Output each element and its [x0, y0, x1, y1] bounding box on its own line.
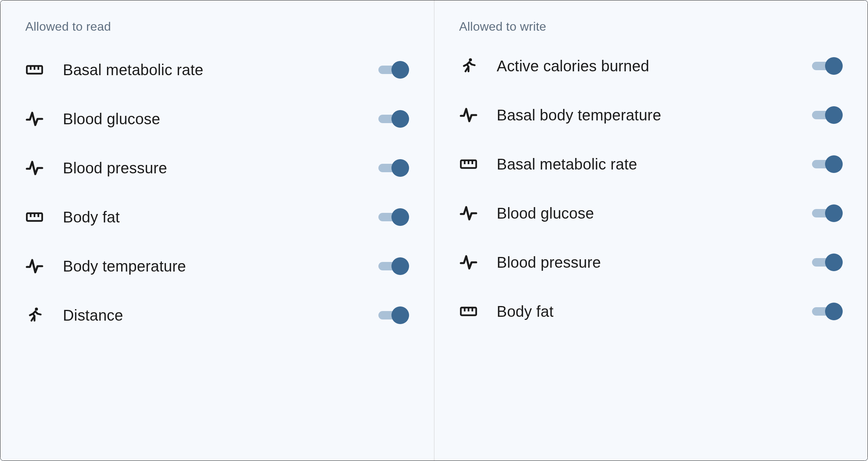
toggle-switch[interactable] — [378, 306, 409, 324]
toggle-switch[interactable] — [378, 257, 409, 275]
list-item: Active calories burned — [459, 57, 843, 75]
toggle-switch[interactable] — [812, 204, 843, 222]
item-label: Basal metabolic rate — [63, 61, 359, 79]
allowed-to-read-panel: Allowed to read Basal metabolic rate Blo… — [0, 0, 434, 461]
list-item: Blood glucose — [459, 204, 843, 222]
item-label: Basal body temperature — [497, 107, 793, 124]
permissions-container: Allowed to read Basal metabolic rate Blo… — [0, 0, 868, 461]
item-label: Blood pressure — [497, 254, 793, 271]
allowed-to-write-panel: Allowed to write Active calories burned … — [434, 0, 868, 461]
pulse-icon — [25, 110, 44, 128]
run-icon — [25, 306, 44, 324]
item-label: Body fat — [63, 209, 359, 226]
ruler-icon — [25, 61, 44, 79]
toggle-switch[interactable] — [812, 57, 843, 75]
read-panel-title: Allowed to read — [25, 20, 409, 34]
toggle-switch[interactable] — [812, 106, 843, 124]
list-item: Body fat — [25, 208, 409, 226]
list-item: Blood glucose — [25, 110, 409, 128]
list-item: Blood pressure — [25, 159, 409, 177]
toggle-switch[interactable] — [378, 208, 409, 226]
pulse-icon — [459, 253, 478, 272]
item-label: Blood glucose — [63, 110, 359, 128]
read-items-list: Basal metabolic rate Blood glucose Blood… — [25, 61, 409, 324]
item-label: Blood pressure — [63, 160, 359, 177]
ruler-icon — [459, 302, 478, 321]
toggle-switch[interactable] — [812, 303, 843, 320]
item-label: Basal metabolic rate — [497, 156, 793, 173]
list-item: Distance — [25, 306, 409, 324]
item-label: Body temperature — [63, 258, 359, 275]
pulse-icon — [25, 257, 44, 275]
list-item: Basal metabolic rate — [25, 61, 409, 79]
write-items-list: Active calories burned Basal body temper… — [459, 57, 843, 321]
toggle-switch[interactable] — [378, 159, 409, 177]
list-item: Blood pressure — [459, 253, 843, 272]
list-item: Basal metabolic rate — [459, 155, 843, 173]
toggle-switch[interactable] — [812, 254, 843, 271]
list-item: Body fat — [459, 302, 843, 321]
list-item: Body temperature — [25, 257, 409, 275]
item-label: Active calories burned — [497, 58, 793, 75]
pulse-icon — [459, 204, 478, 222]
run-icon — [459, 57, 478, 75]
pulse-icon — [25, 159, 44, 177]
item-label: Body fat — [497, 303, 793, 320]
pulse-icon — [459, 106, 478, 124]
ruler-icon — [459, 155, 478, 173]
list-item: Basal body temperature — [459, 106, 843, 124]
toggle-switch[interactable] — [812, 155, 843, 173]
item-label: Distance — [63, 307, 359, 324]
toggle-switch[interactable] — [378, 110, 409, 128]
toggle-switch[interactable] — [378, 61, 409, 79]
write-panel-title: Allowed to write — [459, 20, 843, 34]
ruler-icon — [25, 208, 44, 226]
item-label: Blood glucose — [497, 205, 793, 222]
